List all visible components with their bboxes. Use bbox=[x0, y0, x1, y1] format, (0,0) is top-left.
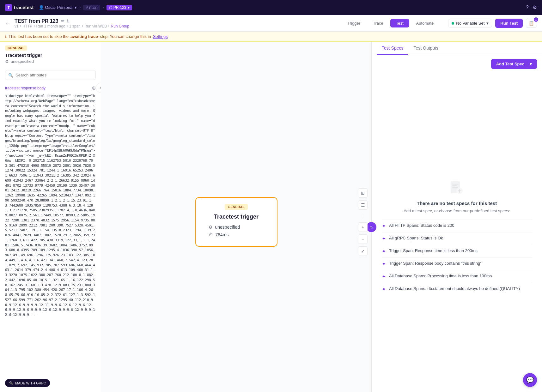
tab-test-outputs[interactable]: Test Outputs bbox=[408, 42, 443, 55]
pr-chevron-icon: ▾ bbox=[128, 5, 130, 10]
chevron-down-icon: ▾ bbox=[486, 21, 489, 26]
code-content: <!doctype html><html itemscope="" itemty… bbox=[0, 92, 101, 319]
edit-icon[interactable]: ✏ bbox=[61, 19, 64, 23]
side-tools: ⊞ ☰ + − ⤢ bbox=[358, 188, 368, 256]
card-title: Tracetest trigger bbox=[209, 214, 264, 220]
logo-text: tracetest bbox=[14, 5, 34, 10]
variable-set-selector[interactable]: No Variable Set ▾ bbox=[448, 19, 492, 27]
gem-icon-2: ✦ bbox=[382, 236, 386, 242]
export-button[interactable]: 📋 1 bbox=[526, 19, 537, 28]
card-row2-text: 784ms bbox=[216, 232, 229, 237]
export-icon: 📋 bbox=[529, 21, 534, 26]
trace-card: GENERAL Tracetest trigger ⚙ unespecified… bbox=[195, 197, 277, 247]
empty-title: There are no test specs for this test bbox=[417, 201, 497, 206]
info-icon[interactable]: ℹ bbox=[67, 19, 69, 23]
zoom-in-icon[interactable]: + bbox=[358, 222, 368, 232]
right-panel: Test Specs Test Outputs Add Test Spec ▾ … bbox=[371, 42, 542, 392]
suggestion-text-4: Trigger Span: Response body contains "th… bbox=[389, 261, 482, 266]
test-title-row: TEST from PR 123 ✏ ℹ bbox=[15, 18, 129, 24]
list-icon[interactable]: ☰ bbox=[358, 200, 368, 210]
left-panel: GENERAL Tracetest trigger ⚙ unespecified… bbox=[0, 42, 101, 392]
fit-icon[interactable]: ⤢ bbox=[358, 246, 368, 256]
help-button[interactable]: ? bbox=[526, 5, 529, 10]
tab-trace[interactable]: Trace bbox=[367, 19, 389, 27]
gem-icon-1: ✦ bbox=[382, 223, 386, 229]
gem-icon-4: ✦ bbox=[382, 261, 386, 267]
protocol: HTTP bbox=[22, 24, 32, 28]
main-layout: GENERAL Tracetest trigger ⚙ unespecified… bbox=[0, 42, 542, 392]
expand-right-button[interactable]: » bbox=[366, 222, 376, 232]
suggestion-item-1[interactable]: ✦ All HTTP Spans: Status code is 200 bbox=[382, 220, 532, 232]
add-spec-dropdown-icon: ▾ bbox=[527, 62, 532, 66]
made-with-icon: 🔌 bbox=[9, 381, 13, 385]
dot1: • bbox=[20, 24, 21, 28]
suggestion-item-5[interactable]: ✦ All Database Spans: Processing time is… bbox=[382, 270, 532, 283]
card-row-1: ⚙ unespecified bbox=[209, 225, 264, 230]
breadcrumb-sep1: › bbox=[79, 5, 81, 10]
user-icon: 👤 bbox=[39, 5, 44, 10]
add-test-spec-button[interactable]: Add Test Spec ▾ bbox=[491, 59, 537, 69]
center-panel: GENERAL Tracetest trigger ⚙ unespecified… bbox=[101, 42, 371, 392]
sub-header: ← TEST from PR 123 ✏ ℹ v1 • HTTP • Ran 1… bbox=[0, 15, 542, 32]
suggestion-item-3[interactable]: ✦ Trigger Span: Response time is less th… bbox=[382, 245, 532, 257]
info-text-before: This test has been set to skip the bbox=[9, 34, 69, 39]
info-highlight: awaiting trace bbox=[70, 34, 98, 39]
search-input[interactable] bbox=[5, 70, 96, 80]
suggestion-text-1: All HTTP Spans: Status code is 200 bbox=[389, 223, 454, 228]
test-title-text: TEST from PR 123 bbox=[15, 18, 58, 24]
branch-badge[interactable]: ⑂ main bbox=[83, 5, 100, 10]
spans-count: 1 span bbox=[69, 24, 81, 28]
chevron-down-icon: ▾ bbox=[75, 5, 77, 10]
left-panel-header: GENERAL Tracetest trigger ⚙ unespecified bbox=[0, 42, 101, 68]
tab-group: Trigger Trace Test Automate bbox=[342, 19, 439, 27]
info-icon: ℹ bbox=[5, 34, 7, 39]
user-label[interactable]: Oscar Personal bbox=[45, 5, 74, 10]
settings-link[interactable]: Settings bbox=[153, 34, 168, 39]
add-spec-label: Add Test Spec bbox=[496, 62, 524, 66]
right-panel-toolbar: Add Test Spec ▾ bbox=[372, 55, 542, 73]
suggestion-item-4[interactable]: ✦ Trigger Span: Response body contains "… bbox=[382, 257, 532, 270]
pr-badge[interactable]: ⬡ PR-123 ▾ bbox=[107, 5, 132, 10]
empty-state-icon bbox=[448, 180, 466, 196]
table-icon[interactable]: ⊞ bbox=[358, 188, 368, 198]
chat-icon: 💬 bbox=[526, 376, 534, 384]
made-with-badge: 🔌 MADE WITH GRPC bbox=[5, 379, 50, 387]
chat-button[interactable]: 💬 bbox=[523, 373, 537, 387]
settings-button[interactable]: ⚙ bbox=[533, 4, 537, 10]
card-badge: GENERAL bbox=[225, 204, 248, 210]
back-button[interactable]: ← bbox=[5, 20, 11, 27]
add-attr-icon[interactable]: ⊕ bbox=[92, 85, 96, 91]
empty-state: There are no test specs for this test Ad… bbox=[372, 73, 542, 392]
suggestion-item-2[interactable]: ✦ All gRPC Spans: Status is Ok bbox=[382, 232, 532, 245]
tab-automate[interactable]: Automate bbox=[411, 19, 440, 27]
empty-desc: Add a test spec, or choose from our pred… bbox=[404, 208, 510, 213]
via-text: Run via WEB bbox=[84, 24, 107, 28]
made-with-text: MADE WITH GRPC bbox=[15, 381, 46, 385]
info-bar: ℹ This test has been set to skip the awa… bbox=[0, 32, 542, 42]
suggestion-text-6: All Database Spans: db.statement should … bbox=[389, 286, 520, 291]
branch-icon: ⑂ bbox=[86, 5, 88, 10]
dot2: • bbox=[33, 24, 35, 28]
suggestion-list: ✦ All HTTP Spans: Status code is 200 ✦ A… bbox=[382, 220, 532, 295]
run-group-link[interactable]: Run Group bbox=[111, 24, 130, 28]
run-test-button[interactable]: Run Test bbox=[495, 19, 523, 28]
status-dot bbox=[452, 22, 454, 25]
suggestion-text-3: Trigger Span: Response time is less than… bbox=[389, 248, 478, 253]
card-gear-icon: ⚙ bbox=[209, 225, 213, 230]
pr-label: PR-123 bbox=[113, 5, 126, 10]
svg-rect-2 bbox=[452, 185, 457, 186]
svg-rect-1 bbox=[452, 184, 459, 184]
card-row-2: ⏱ 784ms bbox=[209, 232, 264, 237]
dot4: • bbox=[82, 24, 83, 28]
test-meta: v1 • HTTP • Ran 1 month ago • 1 span • R… bbox=[15, 24, 129, 28]
suggestion-item-6[interactable]: ✦ All Database Spans: db.statement shoul… bbox=[382, 283, 532, 295]
zoom-out-icon[interactable]: − bbox=[358, 234, 368, 244]
tab-test[interactable]: Test bbox=[390, 19, 409, 27]
tab-test-specs[interactable]: Test Specs bbox=[377, 42, 408, 55]
suggestion-text-5: All Database Spans: Processing time is l… bbox=[389, 274, 492, 278]
panel-title: Tracetest trigger bbox=[5, 52, 96, 58]
tab-trigger[interactable]: Trigger bbox=[342, 19, 366, 27]
svg-rect-3 bbox=[452, 187, 458, 188]
dot5: • bbox=[108, 24, 109, 28]
badge-count: 1 bbox=[534, 17, 538, 22]
